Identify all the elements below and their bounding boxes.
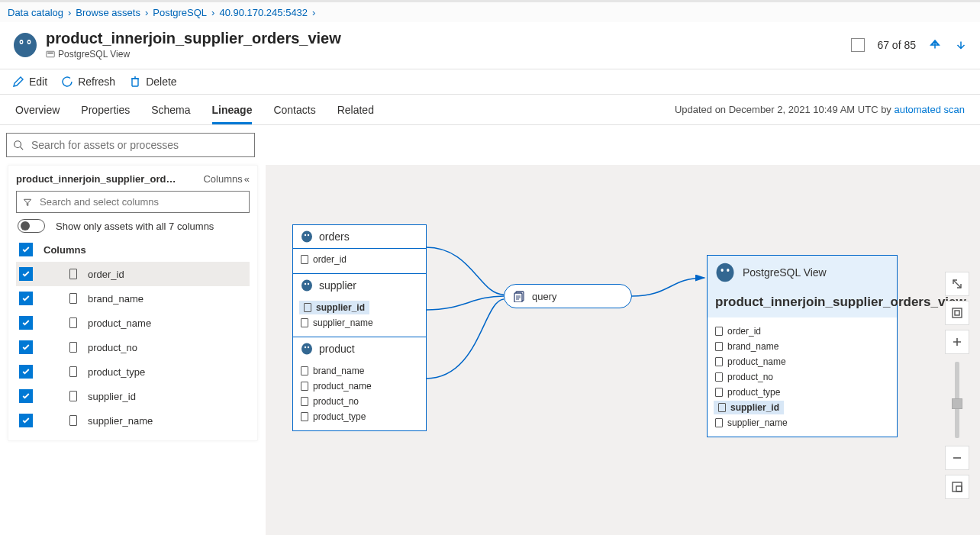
column-checkbox[interactable]: [19, 365, 33, 379]
source-product-head[interactable]: product: [293, 337, 426, 360]
column-icon: [69, 415, 77, 426]
postgresql-icon: [301, 230, 313, 243]
crumb-postgresql[interactable]: PostgreSQL: [153, 7, 207, 18]
fit-button[interactable]: [945, 301, 969, 325]
column-row[interactable]: product_type: [16, 359, 250, 384]
prev-asset-arrow[interactable]: [928, 38, 942, 52]
zoom-slider[interactable]: [955, 362, 959, 438]
field-name: order_id: [727, 326, 761, 337]
minimap-button[interactable]: [945, 475, 969, 499]
field-row[interactable]: supplier_id: [299, 301, 369, 314]
fullscreen-button[interactable]: [945, 272, 969, 296]
select-asset-checkbox[interactable]: [851, 38, 865, 52]
field-row[interactable]: product_no: [293, 394, 426, 409]
field-row[interactable]: product_type: [708, 385, 897, 400]
updated-by-link[interactable]: automated scan: [894, 104, 965, 115]
svg-point-13: [305, 283, 306, 285]
column-checkbox[interactable]: [19, 292, 33, 305]
column-search-input[interactable]: [38, 195, 243, 208]
column-icon: [69, 317, 77, 328]
svg-point-22: [727, 269, 729, 272]
column-checkbox[interactable]: [19, 316, 33, 330]
tab-properties[interactable]: Properties: [81, 96, 130, 124]
svg-rect-25: [953, 482, 962, 491]
next-asset-arrow[interactable]: [954, 38, 968, 52]
search-input[interactable]: [30, 138, 248, 152]
field-name: product_no: [727, 372, 773, 382]
field-row[interactable]: supplier_name: [293, 315, 426, 330]
field-row[interactable]: brand_name: [293, 363, 426, 379]
svg-rect-24: [955, 311, 959, 315]
columns-panel: product_innerjoin_supplier_orders_v... C…: [8, 165, 258, 441]
field-row[interactable]: supplier_id: [714, 401, 784, 414]
show-only-toggle[interactable]: [18, 219, 45, 233]
column-row[interactable]: supplier_name: [16, 408, 250, 433]
source-orders-head[interactable]: orders: [293, 225, 426, 249]
source-node[interactable]: orders order_id supplier supplier_idsupp…: [292, 224, 427, 431]
zoom-out-button[interactable]: [945, 446, 969, 470]
column-checkbox[interactable]: [19, 414, 33, 427]
delete-button[interactable]: Delete: [129, 76, 176, 88]
asset-subtype: PostgreSQL View: [46, 49, 341, 60]
view-icon: [46, 50, 55, 59]
filter-icon: [23, 198, 32, 207]
column-row[interactable]: brand_name: [16, 286, 250, 311]
svg-rect-5: [47, 51, 55, 57]
edit-button[interactable]: Edit: [12, 76, 47, 88]
field-row[interactable]: supplier_name: [708, 415, 897, 430]
updated-meta: Updated on December 2, 2021 10:49 AM UTC…: [675, 104, 965, 115]
column-row[interactable]: product_no: [16, 335, 250, 359]
zoom-in-button[interactable]: [945, 330, 969, 354]
column-row[interactable]: order_id: [16, 262, 250, 286]
crumb-data-catalog[interactable]: Data catalog: [8, 7, 63, 18]
column-icon: [69, 366, 77, 377]
field-row[interactable]: order_id: [708, 324, 897, 339]
crumb-browse-assets[interactable]: Browse assets: [76, 7, 140, 18]
field-name: supplier_id: [316, 302, 365, 313]
svg-point-4: [28, 40, 30, 42]
asset-title: product_innerjoin_supplier_orders_view: [46, 30, 341, 47]
breadcrumb: Data catalog › Browse assets › PostgreSQ…: [0, 2, 980, 22]
column-checkbox[interactable]: [19, 340, 33, 354]
process-node[interactable]: query: [504, 284, 632, 308]
lineage-canvas[interactable]: orders order_id supplier supplier_idsupp…: [266, 165, 980, 535]
asset-header: product_innerjoin_supplier_orders_view P…: [0, 22, 980, 69]
field-name: supplier_name: [313, 317, 373, 328]
field-row[interactable]: brand_name: [708, 339, 897, 354]
destination-node[interactable]: PostgreSQL View product_innerjoin_suppli…: [707, 255, 898, 437]
field-row[interactable]: product_name: [708, 354, 897, 369]
column-icon: [301, 412, 308, 421]
tab-lineage[interactable]: Lineage: [212, 96, 253, 124]
postgresql-icon: [301, 343, 313, 355]
refresh-button[interactable]: Refresh: [61, 76, 115, 88]
tab-schema[interactable]: Schema: [151, 96, 190, 124]
select-all-checkbox[interactable]: [19, 243, 33, 256]
column-icon: [69, 293, 77, 304]
svg-point-0: [14, 33, 37, 57]
field-name: order_id: [313, 254, 347, 265]
column-row[interactable]: product_name: [16, 311, 250, 335]
source-supplier-head[interactable]: supplier: [293, 273, 426, 297]
columns-header: Columns: [44, 244, 86, 256]
column-checkbox[interactable]: [19, 267, 33, 281]
trash-icon: [129, 76, 141, 88]
column-search[interactable]: [16, 191, 250, 213]
svg-point-17: [308, 346, 309, 348]
query-icon: [514, 290, 526, 302]
column-checkbox[interactable]: [19, 389, 33, 403]
collapse-columns[interactable]: Columns «: [203, 173, 250, 185]
dest-title: product_innerjoin_supplier_orders_view: [708, 289, 897, 317]
field-row[interactable]: order_id: [293, 252, 426, 267]
tab-overview[interactable]: Overview: [15, 96, 60, 124]
tab-related[interactable]: Related: [337, 96, 374, 124]
svg-point-2: [21, 40, 22, 42]
field-row[interactable]: product_type: [293, 409, 426, 424]
tab-contacts[interactable]: Contacts: [273, 96, 315, 124]
column-row[interactable]: supplier_id: [16, 384, 250, 408]
lineage-search[interactable]: [6, 133, 255, 157]
panel-title: product_innerjoin_supplier_orders_v...: [16, 173, 180, 185]
field-row[interactable]: product_no: [708, 369, 897, 385]
crumb-server[interactable]: 40.90.170.245:5432: [219, 7, 308, 18]
column-icon: [304, 303, 311, 312]
field-row[interactable]: product_name: [293, 379, 426, 394]
